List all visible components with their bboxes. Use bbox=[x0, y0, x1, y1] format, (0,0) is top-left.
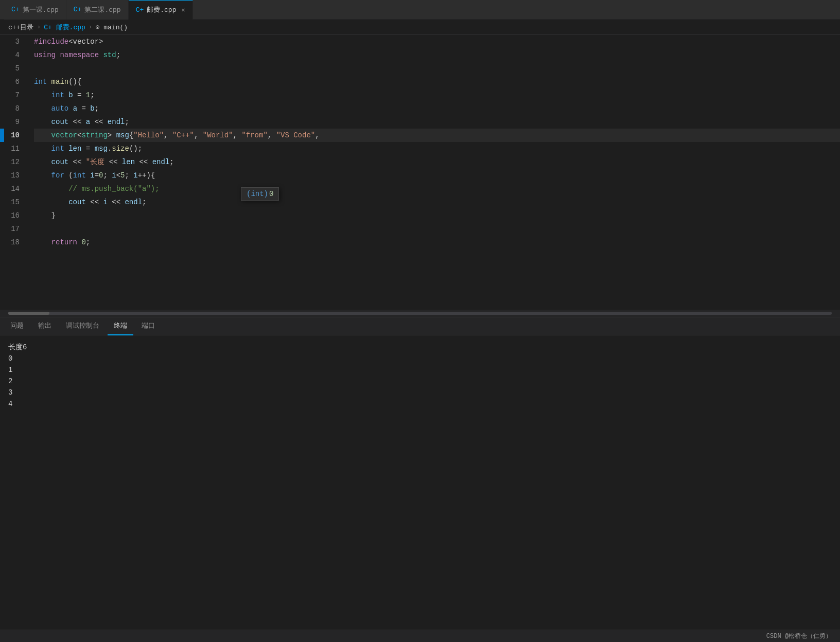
line-num-13: 13 bbox=[4, 169, 30, 182]
code-var-msg: msg bbox=[116, 129, 129, 142]
code-cout9: cout bbox=[51, 115, 69, 129]
line-num-14: 14 bbox=[4, 182, 30, 195]
code-gt10: > bbox=[108, 129, 116, 142]
panel-tab-debug[interactable]: 调试控制台 bbox=[60, 317, 106, 335]
code-semi12: ; bbox=[169, 155, 173, 169]
line-num-10: 10 bbox=[4, 129, 30, 142]
line-num-18: 18 bbox=[4, 236, 30, 249]
terminal-area: 长度6 0 1 2 3 4 bbox=[0, 335, 840, 630]
code-auto: auto bbox=[51, 102, 73, 115]
code-var-b: b bbox=[68, 88, 73, 102]
code-var-len: len bbox=[68, 142, 81, 155]
code-str-world: "World" bbox=[203, 129, 233, 142]
breadcrumb-func[interactable]: ⊙ main() bbox=[96, 23, 128, 31]
code-indent10 bbox=[34, 129, 51, 142]
code-line-7: int b = 1; bbox=[34, 88, 840, 102]
line-num-6: 6 bbox=[4, 75, 30, 88]
tab-youfei[interactable]: C+ 邮费.cpp ✕ bbox=[129, 0, 193, 20]
panel-tab-output[interactable]: 输出 bbox=[32, 317, 58, 335]
code-op12b: << bbox=[104, 155, 122, 169]
code-indent11 bbox=[34, 142, 51, 155]
code-var-i4: i bbox=[103, 195, 107, 209]
code-indent14 bbox=[34, 182, 68, 195]
scrollbar-track[interactable] bbox=[8, 312, 832, 315]
terminal-line-4: 2 bbox=[8, 376, 832, 387]
code-op12c: << bbox=[135, 155, 152, 169]
line-num-7: 7 bbox=[4, 88, 30, 102]
code-num-0b: 0 bbox=[81, 236, 85, 249]
code-endl15: endl bbox=[125, 195, 142, 209]
breadcrumb-folder[interactable]: c++目录 bbox=[8, 23, 33, 32]
line-num-5: 5 bbox=[4, 62, 30, 75]
terminal-line-1: 长度6 bbox=[8, 342, 832, 353]
code-line-17 bbox=[34, 222, 840, 236]
breadcrumb: c++目录 › C+ 邮费.cpp › ⊙ main() bbox=[0, 20, 840, 35]
code-var-a: a bbox=[73, 102, 77, 115]
code-semi18: ; bbox=[86, 236, 90, 249]
code-str-vscode: "VS Code" bbox=[276, 129, 316, 142]
code-comma10e: , bbox=[315, 129, 319, 142]
code-for: for bbox=[51, 169, 69, 182]
editor-area: 3 4 5 6 7 8 9 10 11 12 13 14 15 16 17 18… bbox=[0, 35, 840, 317]
line-num-9: 9 bbox=[4, 115, 30, 129]
tab-lesson1[interactable]: C+ 第一课.cpp bbox=[4, 0, 66, 20]
horizontal-scrollbar[interactable] bbox=[0, 310, 840, 317]
code-eq7: = bbox=[73, 88, 86, 102]
code-namespace: namespace bbox=[60, 48, 103, 62]
line-num-15: 15 bbox=[4, 195, 30, 209]
code-comma10b: , bbox=[194, 129, 203, 142]
code-str-len: "长度 bbox=[86, 155, 104, 169]
code-op15b: << bbox=[108, 195, 125, 209]
code-indent15 bbox=[34, 195, 68, 209]
code-eq11: = bbox=[81, 142, 94, 155]
tooltip-kw: (int) bbox=[247, 190, 268, 198]
code-endl9: endl bbox=[108, 115, 125, 129]
code-line-12: cout << "长度 << len << endl; bbox=[34, 155, 840, 169]
tab-icon-youfei: C+ bbox=[136, 6, 144, 14]
scrollbar-thumb[interactable] bbox=[8, 312, 49, 315]
tab-icon-lesson2: C+ bbox=[74, 6, 82, 13]
code-eq13: = bbox=[95, 169, 99, 182]
code-str-from: "from" bbox=[241, 129, 267, 142]
code-line-15: cout << i << endl; bbox=[34, 195, 840, 209]
code-string-type: string bbox=[81, 129, 107, 142]
code-var-i3: i bbox=[133, 169, 137, 182]
panel-tab-ports[interactable]: 端口 bbox=[135, 317, 161, 335]
code-str-cpp: "C++" bbox=[172, 129, 194, 142]
code-indent18 bbox=[34, 236, 51, 249]
code-var-i: i bbox=[90, 169, 94, 182]
code-eq8: = bbox=[77, 102, 90, 115]
code-return: return bbox=[51, 236, 82, 249]
line-num-4: 4 bbox=[4, 48, 30, 62]
tab-label-youfei: 邮费.cpp bbox=[147, 5, 176, 14]
code-paren13a: ( bbox=[68, 169, 73, 182]
tab-lesson2[interactable]: C+ 第二课.cpp bbox=[66, 0, 129, 20]
panel-tab-terminal[interactable]: 终端 bbox=[108, 317, 133, 335]
code-line-11: int len = msg.size(); bbox=[34, 142, 840, 155]
code-comma10c: , bbox=[233, 129, 242, 142]
code-semi13b: ; bbox=[125, 169, 133, 182]
code-indent8 bbox=[34, 102, 51, 115]
tab-close-youfei[interactable]: ✕ bbox=[181, 6, 185, 14]
line-num-11: 11 bbox=[4, 142, 30, 155]
code-comma10d: , bbox=[268, 129, 276, 142]
code-semi4: ; bbox=[116, 48, 120, 62]
breadcrumb-file[interactable]: C+ 邮费.cpp bbox=[44, 23, 85, 32]
code-op12: << bbox=[68, 155, 86, 169]
panel-tab-problems[interactable]: 问题 bbox=[4, 317, 30, 335]
code-semi8: ; bbox=[95, 102, 99, 115]
code-main-func: main bbox=[51, 75, 69, 88]
code-lines[interactable]: #include<vector> using namespace std; in… bbox=[30, 35, 840, 310]
code-empty5 bbox=[34, 62, 38, 75]
code-dot11: . bbox=[108, 142, 112, 155]
status-right-text: CSDN @松桥仓（仁勇） bbox=[766, 632, 832, 640]
code-line-14: // ms.push_back("a"); bbox=[34, 182, 840, 195]
code-line-8: auto a = b; bbox=[34, 102, 840, 115]
line-num-17: 17 bbox=[4, 222, 30, 236]
line-num-16: 16 bbox=[4, 209, 30, 222]
tab-label-lesson2: 第二课.cpp bbox=[84, 5, 120, 14]
code-num-0a: 0 bbox=[99, 169, 103, 182]
left-indicator bbox=[0, 35, 4, 310]
terminal-line-3: 1 bbox=[8, 364, 832, 376]
code-brace10: { bbox=[129, 129, 133, 142]
